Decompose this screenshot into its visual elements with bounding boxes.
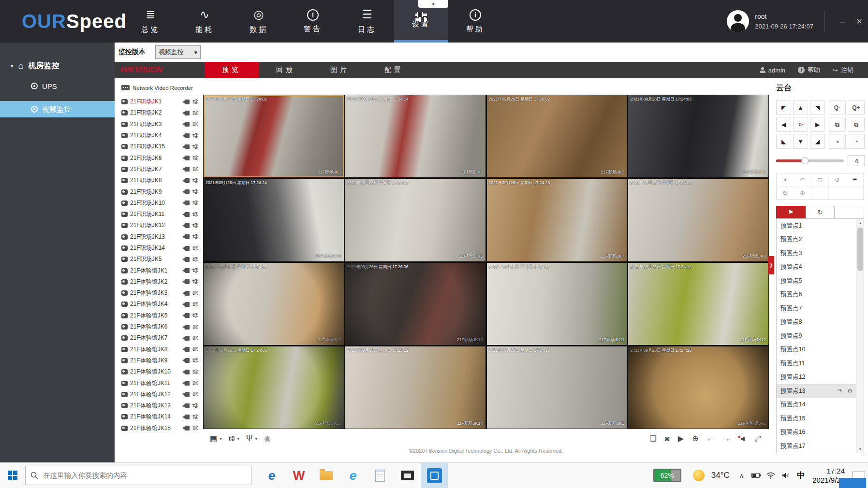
layout-grid-icon[interactable]: ▦ bbox=[210, 434, 217, 443]
ptz-down-left-button[interactable]: ◣ bbox=[776, 134, 791, 149]
stream-type-icon[interactable]: t2 bbox=[192, 167, 198, 172]
preset-item[interactable]: 预置点16 ↷ ⚙ bbox=[777, 426, 856, 440]
preset-item[interactable]: 预置点10 ↷ ⚙ bbox=[777, 343, 856, 357]
stream-type-icon[interactable]: t2 bbox=[192, 415, 198, 419]
preset-item[interactable]: 预置点1 ↷ ⚙ bbox=[777, 219, 856, 233]
stream-type-icon[interactable]: t2 bbox=[192, 212, 198, 217]
start-preview-icon[interactable] bbox=[182, 246, 190, 251]
hik-tab[interactable]: 图片 bbox=[313, 62, 367, 78]
ptz-up-right-button[interactable]: ◥ bbox=[810, 100, 825, 115]
previous-page-icon[interactable]: ← bbox=[706, 434, 714, 443]
record-icon[interactable]: ▶ bbox=[678, 434, 684, 443]
preset-item[interactable]: 预置点14 ↷ ⚙ bbox=[777, 398, 856, 412]
stream-type-icon[interactable]: t2 bbox=[192, 257, 198, 262]
wifi-icon[interactable] bbox=[766, 472, 775, 479]
nav-item[interactable]: ∿ 能耗 bbox=[177, 0, 232, 43]
sidebar-item[interactable]: 视频监控 bbox=[0, 101, 115, 117]
camera-row[interactable]: 21F体验馆JK11 t2 bbox=[121, 377, 203, 388]
hik-tab[interactable]: 回放 bbox=[259, 62, 313, 78]
stream-type-icon[interactable]: t2 bbox=[192, 302, 198, 307]
nvr-header[interactable]: Network Video Recorder bbox=[121, 80, 203, 96]
hik-tab[interactable]: 预览 bbox=[205, 62, 259, 78]
hik-tab[interactable]: 配置 bbox=[367, 62, 421, 78]
stream-type-icon[interactable]: t2 bbox=[192, 201, 198, 205]
video-cell[interactable]: 2021年09月26日 星期日 17:26:02 21F职场JK6 bbox=[345, 179, 485, 261]
capture-icon[interactable]: ◙ bbox=[665, 434, 670, 443]
slider-handle[interactable] bbox=[801, 157, 809, 164]
start-preview-icon[interactable] bbox=[182, 201, 190, 205]
video-cell[interactable]: 2021年09月26日 星期日 17:24:02 21F职场JK8 bbox=[628, 179, 768, 261]
camera-row[interactable]: 21F体验馆JK9 t2 bbox=[121, 355, 203, 366]
taskbar-app-icon[interactable] bbox=[421, 463, 448, 488]
camera-row[interactable]: 21F职场JK13 t2 bbox=[121, 231, 203, 243]
ptz-tool-button[interactable]: ⊕ bbox=[794, 187, 811, 200]
start-preview-icon[interactable] bbox=[182, 223, 190, 228]
start-preview-icon[interactable] bbox=[182, 392, 190, 397]
stream-type-icon[interactable]: t2 bbox=[192, 223, 198, 228]
stream-type-icon[interactable]: t2 bbox=[192, 426, 198, 431]
stream-type-icon[interactable]: t2 bbox=[192, 370, 198, 374]
taskbar-app-icon[interactable] bbox=[312, 463, 339, 488]
stream-type-icon[interactable]: t2 bbox=[192, 279, 198, 284]
start-preview-icon[interactable] bbox=[182, 302, 190, 307]
start-preview-icon[interactable] bbox=[182, 313, 190, 318]
next-page-icon[interactable]: → bbox=[722, 434, 730, 443]
stream-type-icon[interactable]: t2 bbox=[192, 313, 198, 318]
ptz-down-button[interactable]: ▼ bbox=[793, 134, 808, 149]
iris-in-button[interactable]: ◔ bbox=[848, 134, 865, 149]
camera-row[interactable]: 21F职场JK15 t2 bbox=[121, 141, 203, 152]
camera-row[interactable]: 21F职场JK9 t2 bbox=[121, 186, 203, 197]
temperature[interactable]: 34°C bbox=[711, 471, 730, 480]
camera-row[interactable]: 21F职场JK10 t2 bbox=[121, 198, 203, 209]
speaker-icon[interactable] bbox=[782, 472, 790, 479]
chevron-down-icon[interactable]: ▾ bbox=[220, 436, 222, 441]
start-preview-icon[interactable] bbox=[182, 268, 190, 273]
stream-type-icon[interactable]: t2 bbox=[192, 111, 198, 115]
camera-row[interactable]: 21F职场JK1 t2 bbox=[121, 96, 203, 107]
preset-item[interactable]: 预置点11 ↷ ⚙ bbox=[777, 357, 856, 371]
start-preview-icon[interactable] bbox=[182, 426, 190, 431]
video-cell[interactable]: 2021年09月26日 星期日 17:24:12 21F职场JK12 bbox=[628, 263, 768, 345]
chevron-down-icon[interactable]: ▾ bbox=[237, 436, 240, 441]
camera-row[interactable]: 21F职场JK14 t2 bbox=[121, 243, 203, 254]
start-preview-icon[interactable] bbox=[182, 178, 190, 183]
start-preview-icon[interactable] bbox=[182, 133, 190, 138]
camera-row[interactable]: 21F职场JK12 t2 bbox=[121, 220, 203, 231]
focus-out-button[interactable]: ⧉ bbox=[829, 117, 846, 132]
stream-type-icon[interactable]: t2 bbox=[192, 358, 198, 363]
stream-type-icon[interactable]: t2 bbox=[192, 234, 198, 239]
video-cell[interactable]: 2021年09月26日 星期日 17:24:06 21F职场JK13 bbox=[204, 346, 344, 429]
ptz-up-left-button[interactable]: ◤ bbox=[776, 100, 791, 115]
camera-row[interactable]: 21F职场JK3 t2 bbox=[121, 119, 203, 130]
taskbar-search[interactable] bbox=[25, 466, 251, 485]
preset-item[interactable]: 预置点5 ↷ ⚙ bbox=[777, 274, 856, 288]
ptz-tool-button[interactable]: ≡ bbox=[846, 173, 864, 187]
stream-type-icon[interactable]: t2 bbox=[192, 392, 198, 397]
version-select[interactable]: 视频监控 ▾ bbox=[155, 45, 201, 59]
start-preview-icon[interactable] bbox=[182, 144, 190, 149]
stream-type-icon[interactable]: t2 bbox=[192, 100, 198, 104]
fullscreen-icon[interactable]: ⤢ bbox=[754, 434, 761, 443]
start-preview-icon[interactable] bbox=[182, 325, 190, 330]
sidebar-group-server-room[interactable]: ▾ ⌂ 机房监控 bbox=[0, 43, 115, 71]
stream-type-icon[interactable]: t2 bbox=[192, 189, 198, 194]
camera-row[interactable]: 21F职场JK4 t2 bbox=[121, 130, 203, 141]
preset-item[interactable]: 预置点13 ↷ ⚙ bbox=[777, 384, 856, 398]
taskbar-app-icon[interactable] bbox=[394, 463, 421, 488]
digital-zoom-icon[interactable]: ⊕ bbox=[692, 434, 698, 443]
camera-row[interactable]: 21F体验馆JK8 t2 bbox=[121, 344, 203, 355]
video-cell[interactable]: 2021年09月26日 星期日 17:24:24 21F职场JK15 bbox=[204, 179, 344, 261]
stream-type-icon[interactable]: t2 bbox=[192, 246, 198, 251]
ptz-tool-button[interactable]: ↻ bbox=[777, 187, 794, 200]
camera-row[interactable]: 21F职场JK5 t2 bbox=[121, 254, 203, 265]
help-link[interactable]: i帮助 bbox=[798, 66, 820, 74]
video-cell[interactable]: 2021年09月26日 星期日 17:24:26 21F职场JK7 bbox=[487, 179, 627, 261]
camera-row[interactable]: 21F体验馆JK4 t2 bbox=[121, 299, 203, 310]
camera-row[interactable]: 21F体验馆JK14 t2 bbox=[121, 411, 203, 422]
scroll-down-icon[interactable]: ▼ bbox=[856, 445, 864, 453]
video-cell[interactable]: 2021年09月26日 星期日 17:26:02 21F职场JK3 bbox=[487, 95, 627, 177]
ptz-tool-button[interactable]: ⊡ bbox=[811, 173, 829, 187]
preset-item[interactable]: 预置点2 ↷ ⚙ bbox=[777, 233, 856, 247]
camera-row[interactable]: 21F体验馆JK3 t2 bbox=[121, 287, 203, 299]
weather-sun-icon[interactable] bbox=[693, 470, 705, 481]
